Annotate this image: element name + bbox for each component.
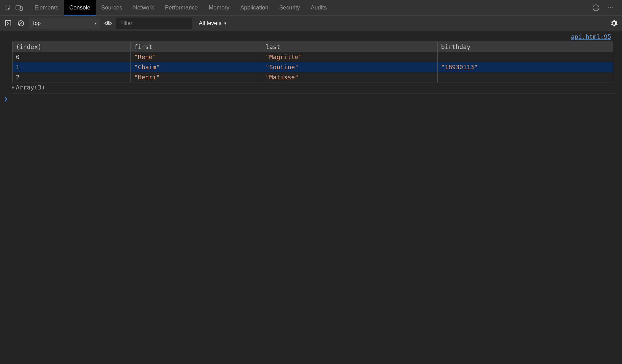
table-row[interactable]: 1"Chaim""Soutine""18930113" [13,62,613,72]
filter-input[interactable] [116,18,192,29]
execution-context-value: top [33,20,41,26]
object-summary: Array(3) [16,84,45,91]
clear-console-icon[interactable] [16,19,26,28]
header-first[interactable]: first [131,42,262,52]
chevron-down-icon: ▼ [223,21,227,25]
panel-tabs: Elements Console Sources Network Perform… [29,0,332,16]
expand-triangle-icon: ▶ [12,85,15,89]
inspect-element-icon[interactable] [3,3,13,13]
tab-sources[interactable]: Sources [96,0,127,16]
cell-first: "Henri" [131,72,262,82]
prompt-chevron-icon: ❯ [4,95,8,102]
header-birthday[interactable]: birthday [437,42,613,52]
tab-application[interactable]: Application [235,0,274,16]
svg-point-8 [107,22,109,24]
cell-index: 0 [13,52,131,62]
header-index[interactable]: (index) [13,42,131,52]
table-row[interactable]: 0"René""Magritte" [13,52,613,62]
log-levels-select[interactable]: All levels ▼ [199,20,227,27]
toggle-device-toolbar-icon[interactable] [14,3,24,13]
message-source-link: api.html:95 [4,31,618,42]
tab-audits[interactable]: Audits [305,0,332,16]
tab-elements[interactable]: Elements [29,0,64,16]
cell-last: "Magritte" [262,52,437,62]
feedback-smiley-icon[interactable] [591,3,601,13]
console-settings-gear-icon[interactable] [609,19,619,28]
execution-context-select[interactable]: top [29,18,100,29]
tab-memory[interactable]: Memory [203,0,235,16]
cell-last: "Soutine" [262,62,437,72]
toggle-console-sidebar-icon[interactable] [3,19,13,28]
devtools-topbar: Elements Console Sources Network Perform… [0,0,622,16]
svg-point-3 [593,5,599,11]
console-prompt[interactable]: ❯ [4,94,618,104]
log-levels-label: All levels [199,20,221,27]
svg-rect-2 [20,7,22,10]
cell-index: 2 [13,72,131,82]
svg-point-4 [595,7,595,7]
cell-first: "Chaim" [131,62,262,72]
tab-performance[interactable]: Performance [160,0,203,16]
cell-birthday [437,72,613,82]
source-link[interactable]: api.html:95 [571,33,611,40]
table-header-row: (index) first last birthday [13,42,613,52]
table-row[interactable]: 2"Henri""Matisse" [13,72,613,82]
cell-last: "Matisse" [262,72,437,82]
tab-security[interactable]: Security [274,0,305,16]
tab-network[interactable]: Network [128,0,160,16]
tab-console[interactable]: Console [64,0,96,16]
live-expression-eye-icon[interactable] [103,19,113,28]
more-menu-icon[interactable]: ⋯ [606,3,616,13]
cell-birthday: "18930113" [437,62,613,72]
cell-first: "René" [131,52,262,62]
cell-index: 1 [13,62,131,72]
svg-point-5 [597,7,597,7]
console-output: api.html:95 (index) first last birthday … [0,31,622,364]
cell-birthday [437,52,613,62]
header-last[interactable]: last [262,42,437,52]
console-table: (index) first last birthday 0"René""Magr… [12,42,613,82]
console-toolbar: top All levels ▼ [0,16,622,31]
object-expand-toggle[interactable]: ▶ Array(3) [12,82,618,94]
